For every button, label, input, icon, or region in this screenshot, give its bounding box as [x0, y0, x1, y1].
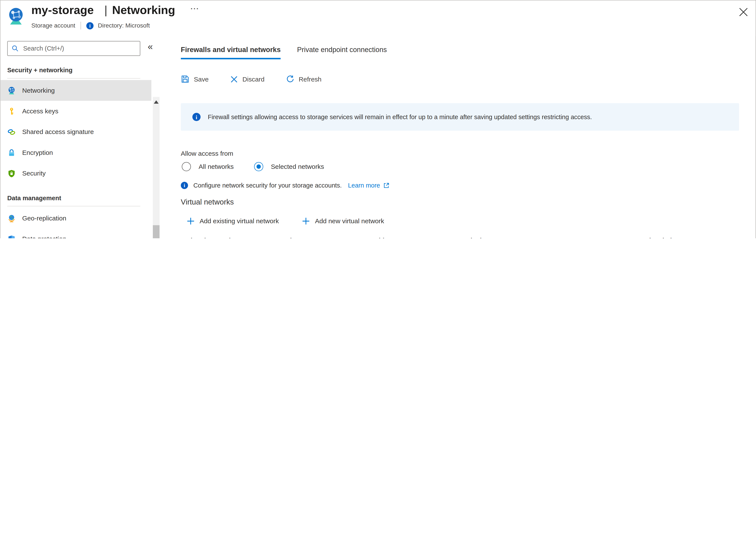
- column-address-range: Address range: [372, 237, 460, 238]
- globe-network-icon: [7, 86, 16, 95]
- network-security-note: i Configure network security for your st…: [181, 182, 739, 189]
- azure-portal-networking-blade: my-storage|Networking··· Storage account…: [0, 0, 756, 238]
- blade-title: my-storage|Networking···: [31, 3, 199, 17]
- sidebar-search-row: «: [0, 36, 160, 58]
- shield-lock-icon: [7, 169, 16, 178]
- directory-info-icon: i: [86, 22, 94, 29]
- tab-firewalls-and-virtual-networks[interactable]: Firewalls and virtual networks: [181, 46, 281, 59]
- blade-header: my-storage|Networking··· Storage account…: [0, 0, 755, 36]
- info-icon: i: [192, 113, 201, 121]
- sidebar-item-security[interactable]: Security: [0, 163, 151, 184]
- sidebar-item-geo-replication[interactable]: Geo-replication: [0, 208, 151, 228]
- column-subnet: Subnet: [282, 237, 372, 238]
- radio-all-networks-label: All networks: [199, 163, 234, 170]
- plus-icon: [302, 217, 310, 225]
- column-endpoint-status: Endpoint Status: [460, 237, 552, 238]
- virtual-networks-title: Virtual networks: [181, 198, 739, 206]
- add-existing-vnet-label: Add existing virtual network: [200, 217, 279, 225]
- globe-stand-icon: [7, 214, 16, 222]
- allow-access-label: Allow access from: [181, 150, 739, 157]
- sidebar-item-data-protection[interactable]: Data protection: [0, 229, 151, 238]
- radio-selected-networks[interactable]: [254, 162, 263, 171]
- refresh-button[interactable]: Refresh: [286, 75, 322, 83]
- vnet-table-header: Virtual Network Subnet Address range End…: [181, 237, 739, 238]
- discard-x-icon: [230, 75, 238, 83]
- save-icon: [181, 75, 189, 83]
- search-input[interactable]: [22, 44, 136, 52]
- resource-name: my-storage: [31, 3, 94, 16]
- sidebar-scrollbar-thumb[interactable]: [153, 225, 160, 238]
- external-link-icon: [383, 183, 390, 189]
- add-new-vnet-button[interactable]: Add new virtual network: [302, 217, 384, 225]
- discard-button[interactable]: Discard: [230, 75, 264, 83]
- plus-icon: [187, 217, 195, 225]
- section-divider: [7, 206, 140, 206]
- storage-account-icon: [6, 7, 26, 26]
- collapse-sidebar-icon[interactable]: «: [148, 42, 153, 51]
- scroll-up-icon[interactable]: [154, 100, 158, 104]
- sidebar-item-networking[interactable]: Networking: [0, 80, 151, 101]
- sidebar-item-label: Security: [22, 170, 45, 177]
- more-menu-button[interactable]: ···: [191, 4, 199, 13]
- save-button[interactable]: Save: [181, 75, 209, 83]
- info-banner: i Firewall settings allowing access to s…: [181, 103, 739, 131]
- sidebar-nav: Security + networking Networking Access …: [0, 60, 151, 238]
- sidebar-item-label: Access keys: [22, 107, 58, 115]
- radio-selected-networks-label: Selected networks: [271, 163, 324, 170]
- learn-more-link[interactable]: Learn more: [348, 182, 380, 189]
- sidebar-scrollbar[interactable]: [153, 97, 160, 238]
- save-label: Save: [194, 75, 208, 83]
- banner-text: Firewall settings allowing access to sto…: [208, 113, 592, 121]
- add-new-vnet-label: Add new virtual network: [315, 217, 384, 225]
- sidebar-item-label: Networking: [22, 87, 55, 94]
- add-existing-vnet-button[interactable]: Add existing virtual network: [187, 217, 279, 225]
- radio-all-networks[interactable]: [182, 162, 191, 171]
- sidebar-item-encryption[interactable]: Encryption: [0, 142, 151, 163]
- column-resource-group: Resource Group: [552, 237, 641, 238]
- section-divider: [7, 78, 140, 78]
- refresh-label: Refresh: [299, 75, 321, 83]
- column-virtual-network: Virtual Network: [187, 237, 282, 238]
- section-security-networking: Security + networking: [0, 60, 151, 78]
- lock-filled-icon: [7, 148, 16, 157]
- subtitle-divider: [81, 22, 81, 29]
- tab-private-endpoint-connections[interactable]: Private endpoint connections: [297, 46, 387, 59]
- sidebar: « Security + networking Networking Acces…: [0, 36, 160, 238]
- title-separator: |: [104, 3, 107, 16]
- sidebar-item-label: Encryption: [22, 149, 53, 156]
- key-icon: [7, 107, 16, 116]
- blade-name: Networking: [112, 3, 175, 16]
- main-content: Firewalls and virtual networks Private e…: [181, 43, 739, 238]
- allow-access-options: All networks Selected networks: [181, 162, 739, 171]
- discard-label: Discard: [242, 75, 264, 83]
- blade-subtitle-row: Storage account i Directory: Microsoft: [31, 22, 150, 29]
- sidebar-item-label: Data protection: [22, 235, 66, 238]
- tab-bar: Firewalls and virtual networks Private e…: [181, 43, 739, 59]
- vnet-add-links: Add existing virtual network Add new vir…: [181, 217, 739, 225]
- note-text: Configure network security for your stor…: [193, 182, 342, 189]
- section-data-management: Data management: [0, 184, 151, 206]
- directory-label: Directory: Microsoft: [98, 22, 149, 29]
- sidebar-item-shared-access-signature[interactable]: Shared access signature: [0, 122, 151, 142]
- sidebar-search[interactable]: [7, 41, 140, 56]
- resource-type-label: Storage account: [31, 22, 75, 29]
- column-subscription: Subscription: [641, 237, 738, 238]
- refresh-icon: [286, 75, 294, 83]
- sidebar-item-access-keys[interactable]: Access keys: [0, 101, 151, 122]
- search-icon: [12, 45, 19, 52]
- sidebar-item-label: Geo-replication: [22, 215, 66, 222]
- shield-blue-icon: [7, 235, 16, 238]
- info-icon: i: [181, 182, 188, 189]
- chain-links-icon: [7, 127, 16, 136]
- close-icon[interactable]: [738, 7, 749, 17]
- sidebar-item-label: Shared access signature: [22, 128, 94, 135]
- command-bar: Save Discard Refresh: [181, 75, 739, 83]
